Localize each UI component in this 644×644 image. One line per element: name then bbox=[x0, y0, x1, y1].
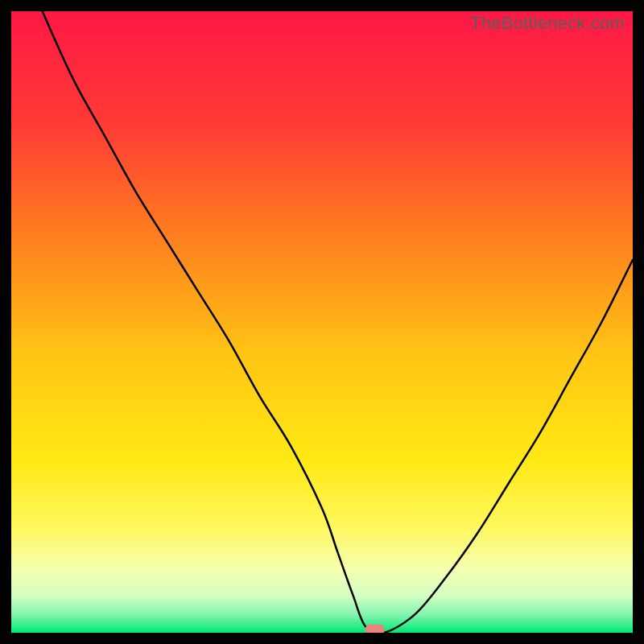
chart-frame: TheBottleneck.com bbox=[0, 0, 644, 644]
watermark-text: TheBottleneck.com bbox=[470, 13, 625, 34]
optimal-marker bbox=[365, 625, 385, 633]
gradient-background bbox=[11, 11, 633, 633]
bottleneck-chart bbox=[11, 11, 633, 633]
plot-area: TheBottleneck.com bbox=[11, 11, 633, 633]
